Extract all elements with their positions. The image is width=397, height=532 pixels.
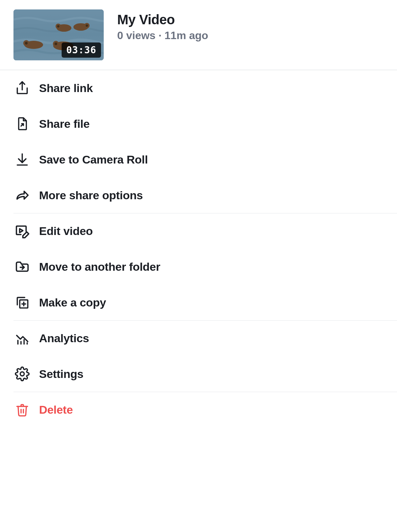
edit-video-icon — [13, 223, 31, 240]
share-link-icon — [13, 79, 31, 97]
make-copy-label: Make a copy — [39, 296, 106, 309]
move-folder-label: Move to another folder — [39, 260, 160, 273]
analytics-icon — [13, 330, 31, 347]
share-file-icon — [13, 115, 31, 132]
share-link-label: Share link — [39, 82, 93, 95]
svg-point-10 — [55, 42, 57, 45]
settings-label: Settings — [39, 367, 84, 381]
svg-point-9 — [25, 42, 28, 45]
video-subtitle: 0 views · 11m ago — [117, 29, 208, 42]
action-menu: Share link Share file Save to Camera Rol… — [0, 70, 397, 427]
share-file-item[interactable]: Share file — [13, 106, 397, 142]
analytics-item[interactable]: Analytics — [13, 320, 397, 356]
make-copy-item[interactable]: Make a copy — [13, 285, 397, 320]
video-header: 03:36 My Video 0 views · 11m ago — [0, 0, 397, 70]
copy-icon — [13, 294, 31, 311]
video-thumbnail[interactable]: 03:36 — [13, 9, 104, 60]
save-camera-roll-label: Save to Camera Roll — [39, 153, 148, 166]
dot-separator: · — [159, 29, 162, 41]
video-meta: My Video 0 views · 11m ago — [104, 9, 208, 42]
move-folder-icon — [13, 258, 31, 275]
more-share-label: More share options — [39, 189, 143, 202]
more-share-item[interactable]: More share options — [13, 177, 397, 213]
delete-item[interactable]: Delete — [13, 392, 397, 427]
svg-point-12 — [86, 25, 88, 27]
svg-point-11 — [57, 25, 60, 28]
download-icon — [13, 151, 31, 168]
edit-video-label: Edit video — [39, 225, 93, 238]
edit-video-item[interactable]: Edit video — [13, 213, 397, 249]
settings-item[interactable]: Settings — [13, 356, 397, 392]
gear-icon — [13, 365, 31, 383]
save-camera-roll-item[interactable]: Save to Camera Roll — [13, 142, 397, 177]
share-file-label: Share file — [39, 117, 90, 130]
svg-point-26 — [20, 372, 24, 376]
move-folder-item[interactable]: Move to another folder — [13, 249, 397, 285]
analytics-label: Analytics — [39, 332, 89, 345]
video-title: My Video — [117, 12, 208, 27]
trash-icon — [13, 401, 31, 419]
video-age: 11m ago — [165, 29, 208, 41]
svg-marker-17 — [20, 229, 23, 233]
share-arrow-icon — [13, 186, 31, 204]
video-views: 0 views — [117, 29, 156, 41]
delete-label: Delete — [39, 403, 73, 416]
video-duration-badge: 03:36 — [62, 42, 101, 58]
share-link-item[interactable]: Share link — [13, 70, 397, 106]
